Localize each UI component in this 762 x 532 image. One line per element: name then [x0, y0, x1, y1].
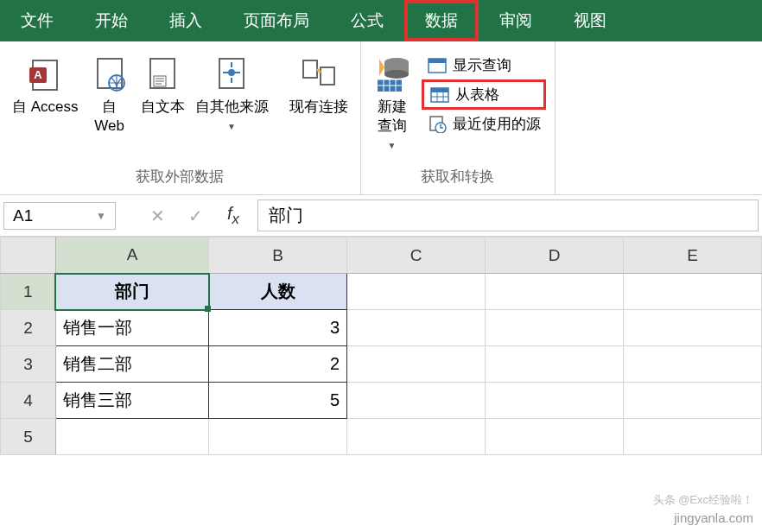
cell-e3[interactable]	[624, 346, 762, 383]
cell-c2[interactable]	[347, 310, 486, 346]
from-table-button[interactable]: 从表格	[422, 79, 546, 110]
svg-text:A: A	[35, 68, 43, 81]
cell-a4[interactable]: 销售三部	[55, 383, 208, 419]
group-external-data: A 自 Access 自 Web 自文本 自其他来源	[0, 41, 361, 194]
from-access-button[interactable]: A 自 Access	[10, 53, 80, 117]
svg-point-13	[384, 70, 409, 79]
cell-a5[interactable]	[55, 419, 208, 455]
row-header-5[interactable]: 5	[1, 419, 56, 455]
chevron-down-icon: ▼	[96, 210, 106, 222]
formula-bar: A1 ▼ ✕ ✓ fx 部门	[0, 195, 762, 237]
cell-d1[interactable]	[486, 274, 624, 310]
col-header-c[interactable]: C	[347, 238, 486, 274]
row-header-4[interactable]: 4	[1, 383, 56, 419]
col-header-d[interactable]: D	[486, 238, 624, 274]
tab-view[interactable]: 视图	[553, 0, 627, 41]
tab-insert[interactable]: 插入	[149, 0, 223, 41]
cell-b3[interactable]: 2	[209, 346, 347, 383]
cell-e4[interactable]	[624, 383, 762, 419]
from-other-button[interactable]: 自其他来源 ▼	[194, 53, 270, 131]
from-text-button[interactable]: 自文本	[139, 53, 187, 117]
cell-a3[interactable]: 销售二部	[55, 346, 208, 383]
check-icon: ✓	[188, 206, 203, 226]
cell-d4[interactable]	[486, 383, 624, 419]
cell-b4[interactable]: 5	[209, 383, 347, 419]
cell-d2[interactable]	[486, 310, 624, 346]
ribbon-tabs: 文件 开始 插入 页面布局 公式 数据 审阅 视图	[0, 0, 762, 41]
web-icon	[89, 53, 130, 94]
fill-handle[interactable]	[205, 306, 211, 312]
cancel-button[interactable]: ✕	[140, 206, 175, 226]
cell-a2[interactable]: 销售一部	[55, 310, 208, 346]
group-label: 获取外部数据	[136, 163, 224, 190]
cell-c4[interactable]	[347, 383, 486, 419]
cell-c3[interactable]	[347, 346, 486, 383]
row-header-3[interactable]: 3	[1, 346, 56, 383]
formula-input[interactable]: 部门	[257, 200, 759, 231]
table-icon	[429, 86, 450, 104]
cell-d3[interactable]	[486, 346, 624, 383]
existing-conn-button[interactable]: 现有连接	[288, 53, 350, 117]
recent-sources-button[interactable]: 最近使用的源	[422, 111, 546, 136]
watermark-author: 头条 @Exc经验啦！	[653, 492, 753, 508]
cell-e2[interactable]	[624, 310, 762, 346]
new-query-icon	[371, 53, 413, 94]
cell-b2[interactable]: 3	[209, 310, 347, 346]
svg-rect-10	[321, 67, 334, 85]
col-header-a[interactable]: A	[55, 238, 208, 274]
cell-e5[interactable]	[624, 419, 762, 455]
tab-file[interactable]: 文件	[0, 0, 74, 41]
cell-e1[interactable]	[624, 274, 762, 310]
name-box[interactable]: A1 ▼	[3, 202, 116, 230]
show-queries-icon	[427, 56, 448, 75]
cell-c1[interactable]	[347, 274, 486, 310]
confirm-button[interactable]: ✓	[178, 206, 213, 226]
watermark-site: jingyanla.com	[674, 510, 753, 525]
svg-point-8	[228, 69, 235, 76]
access-icon: A	[24, 53, 66, 94]
show-queries-button[interactable]: 显示查询	[422, 53, 546, 78]
row-header-1[interactable]: 1	[1, 274, 56, 310]
tab-home[interactable]: 开始	[74, 0, 149, 41]
svg-rect-9	[303, 60, 317, 78]
cell-b5[interactable]	[209, 419, 347, 455]
tab-page-layout[interactable]: 页面布局	[223, 0, 330, 41]
col-header-e[interactable]: E	[624, 238, 762, 274]
group-get-transform: 新建 查询 ▼ 显示查询 从表格	[361, 41, 556, 194]
svg-rect-16	[429, 59, 446, 63]
svg-rect-18	[431, 88, 448, 92]
tab-formulas[interactable]: 公式	[330, 0, 404, 41]
tab-data[interactable]: 数据	[404, 0, 479, 41]
fx-icon: fx	[227, 204, 239, 228]
col-header-b[interactable]: B	[209, 238, 347, 274]
fx-button[interactable]: fx	[216, 204, 251, 228]
dropdown-arrow-icon: ▼	[388, 141, 397, 150]
ribbon-content: A 自 Access 自 Web 自文本 自其他来源	[0, 41, 762, 195]
text-file-icon	[142, 53, 183, 94]
select-all-corner[interactable]	[1, 238, 56, 274]
cell-c5[interactable]	[347, 419, 486, 455]
tab-review[interactable]: 审阅	[479, 0, 553, 41]
recent-icon	[427, 115, 448, 134]
other-source-icon	[211, 53, 252, 94]
new-query-button[interactable]: 新建 查询 ▼	[370, 53, 415, 150]
cell-d5[interactable]	[486, 419, 624, 455]
x-icon: ✕	[150, 206, 165, 226]
row-header-2[interactable]: 2	[1, 310, 56, 346]
cell-b1[interactable]: 人数	[209, 274, 347, 310]
spreadsheet: A B C D E 1 部门 人数 2 销售一部 3 3 销售二部 2	[0, 237, 762, 455]
group-label: 获取和转换	[421, 163, 494, 190]
cell-a1[interactable]: 部门	[55, 274, 208, 310]
connection-icon	[298, 53, 340, 94]
dropdown-arrow-icon: ▼	[227, 122, 236, 131]
from-web-button[interactable]: 自 Web	[87, 53, 132, 136]
